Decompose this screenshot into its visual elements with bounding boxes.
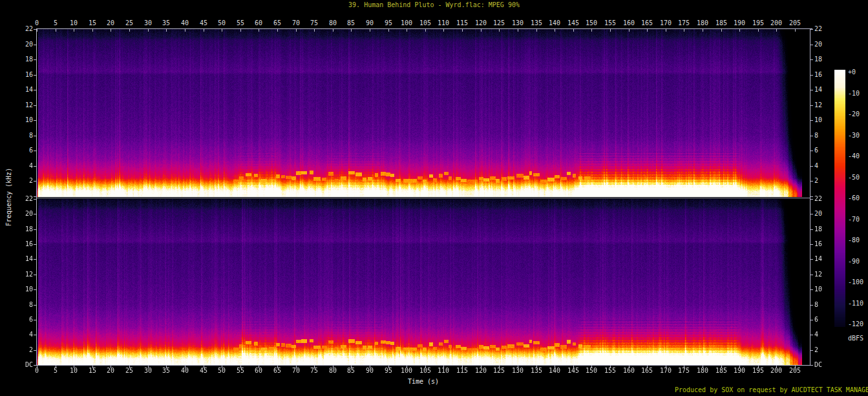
time-tick	[111, 29, 111, 32]
freq-tick-label: DC	[814, 361, 834, 369]
freq-tick	[810, 320, 813, 320]
freq-tick	[34, 75, 36, 76]
time-tick-label: 135	[527, 367, 546, 375]
time-tick-label: 15	[83, 367, 102, 375]
freq-tick	[34, 196, 36, 197]
time-tick-label: 110	[434, 367, 453, 375]
time-tick-label: 125	[489, 367, 509, 375]
legend-tick-label: -90	[848, 258, 868, 266]
time-tick-label: 20	[101, 367, 120, 375]
freq-tick-label: 12	[814, 271, 834, 278]
freq-tick-label: 14	[814, 86, 834, 94]
freq-tick	[810, 166, 813, 167]
spectrogram-channel-2-canvas	[37, 199, 810, 365]
time-tick	[591, 29, 592, 32]
freq-tick	[810, 75, 813, 76]
time-tick-label: 40	[175, 367, 195, 375]
time-tick	[92, 29, 93, 32]
freq-tick-label: 6	[814, 147, 834, 154]
freq-tick-label: 16	[814, 71, 834, 79]
time-tick-label: 45	[194, 367, 213, 375]
freq-tick	[34, 259, 36, 260]
time-tick	[148, 29, 149, 32]
time-tick	[351, 29, 352, 32]
freq-tick-label: 22	[814, 25, 834, 33]
freq-tick	[34, 105, 36, 106]
time-tick-label: 200	[767, 367, 786, 375]
freq-tick	[810, 136, 813, 136]
freq-tick-label: 8	[14, 132, 33, 140]
freq-tick	[810, 305, 813, 306]
freq-tick-label: 20	[814, 210, 834, 218]
legend-tick-label: -70	[848, 216, 868, 224]
frame-line-right	[810, 28, 810, 366]
time-tick-label: 165	[637, 367, 657, 375]
legend-tick-label: -120	[848, 320, 868, 328]
freq-tick	[34, 90, 36, 90]
freq-tick	[34, 199, 36, 200]
time-tick-label: 115	[452, 19, 472, 27]
time-tick	[703, 29, 703, 32]
time-tick-label: 105	[416, 367, 435, 375]
freq-tick	[34, 335, 36, 335]
freq-tick	[810, 214, 813, 214]
spectrogram-window: 39. Human Behind Pluto - Wyrd.flac: MPEG…	[0, 0, 868, 396]
freq-tick-label: 14	[14, 86, 33, 94]
legend-tick-label: -50	[848, 174, 868, 182]
time-tick	[536, 29, 537, 32]
freq-tick	[34, 289, 36, 290]
time-tick-label: 60	[249, 367, 268, 375]
freq-tick	[810, 181, 813, 182]
freq-tick-label: 2	[814, 346, 834, 354]
freq-tick	[810, 120, 813, 121]
time-tick	[314, 29, 315, 32]
time-tick-label: 180	[693, 19, 712, 27]
time-tick-label: 160	[619, 19, 639, 27]
dbfs-colorbar-canvas	[834, 70, 845, 327]
time-tick-label: 150	[582, 19, 601, 27]
freq-tick-label: 20	[14, 41, 33, 48]
time-tick	[259, 29, 259, 32]
freq-tick-label: 10	[814, 286, 834, 293]
time-tick-label: 180	[693, 367, 712, 375]
freq-tick-label: 22	[14, 25, 33, 33]
time-tick	[296, 29, 297, 32]
time-tick-label: 195	[748, 367, 768, 375]
time-tick	[739, 29, 740, 32]
time-tick-label: 75	[304, 367, 324, 375]
time-tick	[240, 29, 241, 32]
time-tick	[721, 29, 722, 32]
time-tick-label: 35	[156, 19, 176, 27]
time-tick-label: 5	[46, 19, 65, 27]
freq-tick-label: 14	[814, 255, 834, 263]
time-tick-label: 155	[600, 19, 620, 27]
time-tick-label: 170	[656, 367, 675, 375]
time-tick-label: 70	[286, 19, 306, 27]
time-tick-label: 115	[452, 367, 472, 375]
time-tick	[647, 29, 648, 32]
freq-tick-label: 4	[14, 331, 33, 339]
legend-tick-label: -80	[848, 236, 868, 244]
axis-line-top	[36, 28, 812, 29]
freq-tick	[34, 214, 36, 214]
time-tick-label: 135	[527, 19, 546, 27]
time-tick-label: 105	[416, 19, 435, 27]
freq-tick	[34, 45, 36, 45]
time-tick-label: 150	[582, 367, 601, 375]
freq-tick-label: 10	[14, 286, 33, 293]
legend-tick-label: -110	[848, 300, 868, 307]
freq-tick	[34, 229, 36, 230]
freq-tick-label: 18	[14, 56, 33, 63]
time-tick	[573, 29, 574, 32]
junction-line	[37, 198, 810, 198]
freq-tick	[34, 59, 36, 60]
freq-tick-label: 12	[14, 271, 33, 278]
spectrogram-channel-1-canvas	[37, 29, 810, 197]
time-tick	[74, 29, 74, 32]
freq-tick-label: DC	[14, 361, 33, 369]
freq-tick	[810, 275, 813, 275]
freq-tick	[34, 305, 36, 306]
freq-tick-label: 22	[814, 195, 834, 203]
time-tick-label: 140	[545, 367, 564, 375]
time-tick-label: 40	[175, 19, 195, 27]
